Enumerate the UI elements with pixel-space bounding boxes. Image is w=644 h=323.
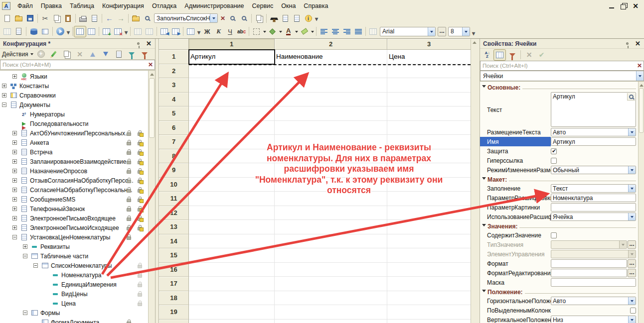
forward-arrow-button[interactable]: → (115, 13, 127, 23)
tree-item[interactable]: СообщениеSMS (0, 195, 148, 204)
pin-icon[interactable] (137, 42, 140, 45)
combo-clear-icon[interactable]: ✕ (219, 15, 227, 22)
view-list-button[interactable] (74, 26, 86, 37)
tree-item[interactable]: Номенклатура (0, 270, 148, 280)
expand-plus-icon[interactable] (12, 197, 17, 202)
tree-item[interactable]: Формы (0, 308, 148, 318)
expand-plus-icon[interactable] (12, 188, 17, 192)
section-header[interactable]: Основные: (480, 83, 638, 92)
cell-r2c1[interactable] (189, 64, 275, 79)
menu-item-Правка[interactable]: Правка (37, 1, 66, 10)
section-collapse-icon[interactable] (482, 85, 486, 90)
menu-item-Окна[interactable]: Окна (277, 1, 300, 10)
cell-r18c1[interactable] (189, 291, 275, 306)
move-up-button[interactable] (87, 49, 99, 59)
property-select[interactable]: Низ (551, 316, 636, 323)
cell-r13c2[interactable] (275, 220, 387, 234)
delete-x-button[interactable]: ✕ (74, 49, 86, 59)
row-header-3[interactable]: 3 (159, 78, 189, 93)
properties-search-clear-icon[interactable]: ✕ (636, 62, 644, 69)
toolbar-overflow-icon[interactable]: ▾ (67, 29, 70, 36)
expand-minus-icon[interactable] (23, 311, 27, 315)
tree-search-clear-icon[interactable]: ✕ (147, 61, 155, 68)
cell-r15c2[interactable] (275, 248, 387, 263)
expand-plus-icon[interactable] (12, 150, 17, 154)
cell-r11c1[interactable] (189, 192, 275, 206)
property-select[interactable]: Обычный (551, 166, 636, 174)
tree-item[interactable]: НазначениеОпросов (0, 166, 148, 176)
cell-r10c2[interactable] (275, 178, 387, 192)
dropdown-arrow-icon[interactable] (262, 29, 267, 34)
info-button[interactable]: i (303, 13, 314, 23)
toolbar-overflow-icon[interactable]: ▾ (315, 15, 318, 22)
expand-plus-icon[interactable] (12, 207, 17, 211)
expand-plus-icon[interactable] (12, 178, 17, 183)
row-header-7[interactable]: 7 (159, 135, 189, 149)
cell-r8c2[interactable] (275, 149, 387, 164)
tree-item[interactable]: Цена (0, 299, 148, 308)
cell-r18c2[interactable] (275, 291, 387, 306)
cell-r14c3[interactable] (387, 234, 471, 249)
expand-plus-icon[interactable] (12, 131, 17, 135)
section-header[interactable]: Макет: (480, 175, 638, 184)
ellipsis-button[interactable]: ... (628, 269, 636, 277)
cell-r16c3[interactable] (387, 263, 471, 277)
row-header-20[interactable]: 20 (159, 320, 189, 323)
italic-button[interactable]: K (213, 26, 224, 37)
align-center-button[interactable] (329, 26, 341, 37)
table-panel-button[interactable] (39, 26, 51, 37)
close-window-button[interactable] (13, 26, 24, 37)
sheet-scrollbar[interactable] (471, 39, 478, 323)
font-more-button[interactable]: ... (438, 27, 446, 36)
properties-scrollbar-thumb[interactable] (639, 88, 644, 133)
property-select[interactable] (551, 250, 636, 258)
column-header-3[interactable]: 3 (387, 39, 471, 50)
cell-r6c2[interactable] (275, 121, 387, 135)
property-select[interactable]: Ячейка (551, 213, 636, 221)
property-checkbox[interactable] (551, 158, 557, 164)
align-left-button[interactable] (318, 26, 329, 37)
database-button[interactable] (28, 26, 39, 37)
tree-scrollbar-thumb[interactable] (149, 78, 155, 138)
tree-item[interactable]: ОтзывСогласияНаОбработкуПерсо... (0, 176, 148, 185)
cell-r15c3[interactable] (387, 248, 471, 263)
cell-r1c2[interactable]: Наименование (275, 50, 387, 64)
open-file-button[interactable] (13, 13, 24, 23)
cell-r3c2[interactable] (275, 78, 387, 93)
property-input[interactable]: Номенклатура (551, 194, 636, 202)
template-doc-button[interactable] (280, 13, 291, 23)
row-header-17[interactable]: 17 (159, 277, 189, 291)
tree-item[interactable]: Встреча (0, 147, 148, 157)
properties-scroll-up-icon[interactable] (639, 82, 644, 89)
cell-r20c1[interactable] (189, 320, 275, 323)
properties-pin-icon[interactable] (626, 42, 629, 45)
property-select[interactable]: Текст (551, 184, 636, 193)
select-dropdown-icon[interactable] (628, 185, 636, 192)
section-header[interactable]: Значения: (480, 221, 638, 230)
row-header-10[interactable]: 10 (159, 178, 189, 192)
cell-r1c3[interactable]: Цена (387, 50, 471, 64)
save-button[interactable] (24, 13, 36, 23)
tree-item[interactable]: Константы (0, 81, 148, 91)
row-header-2[interactable]: 2 (159, 64, 189, 79)
row-header-5[interactable]: 5 (159, 107, 189, 121)
duplicate-button[interactable] (253, 13, 265, 23)
font-dropdown-icon[interactable] (428, 27, 435, 36)
expand-plus-icon[interactable] (12, 169, 17, 173)
print-preview-button[interactable] (89, 13, 100, 23)
go-back-search-button[interactable] (227, 13, 238, 23)
table-add-button[interactable] (101, 26, 112, 37)
tree-item[interactable]: ЕдиницаИзмерения (0, 280, 148, 289)
cell-r12c2[interactable] (275, 206, 387, 220)
align-right-button[interactable] (341, 26, 352, 37)
row-header-9[interactable]: 9 (159, 163, 189, 178)
cell-r12c3[interactable] (387, 206, 471, 220)
move-down-button[interactable] (100, 49, 112, 59)
print-button[interactable] (77, 13, 89, 23)
size-dropdown-icon[interactable] (462, 27, 470, 36)
categories-button[interactable] (494, 50, 505, 60)
table-move-button[interactable] (132, 26, 144, 37)
dropdown-arrow-icon[interactable] (310, 29, 315, 34)
column-header-2[interactable]: 2 (275, 39, 387, 50)
cell-r19c2[interactable] (275, 305, 387, 320)
